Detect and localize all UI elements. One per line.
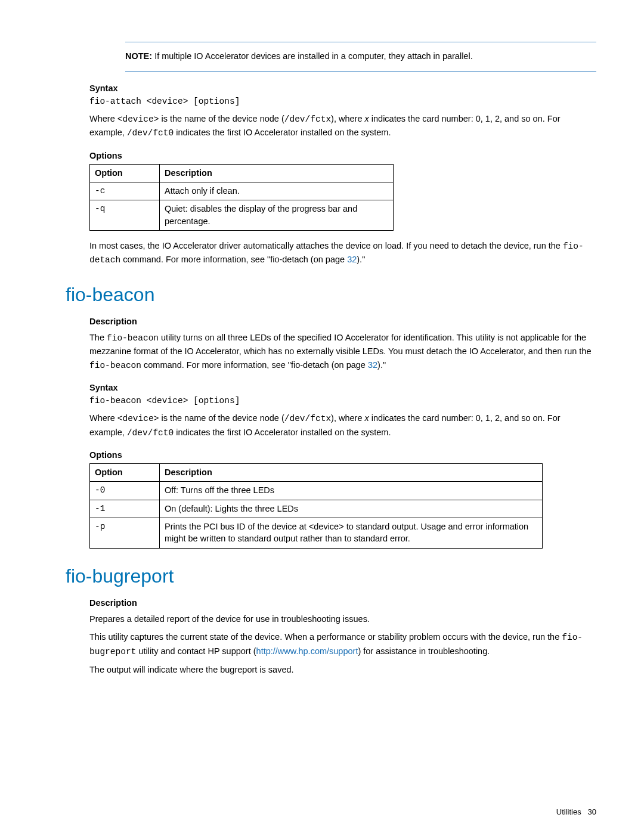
text: ), where <box>331 413 364 423</box>
syntax-heading: Syntax <box>89 383 596 392</box>
col-description: Description <box>160 464 543 482</box>
footer: Utilities 30 <box>556 807 596 816</box>
text: )." <box>377 360 386 370</box>
table-row: -q Quiet: disables the display of the pr… <box>90 200 394 231</box>
fio-attach-section: Syntax fio-attach <device> [options] Whe… <box>89 83 596 267</box>
table-header-row: Option Description <box>90 464 543 482</box>
description-heading: Description <box>89 598 596 608</box>
text: )." <box>357 255 365 264</box>
text: ) for assistance in troubleshooting. <box>358 646 490 656</box>
text: indicates the first IO Accelerator insta… <box>174 428 391 437</box>
path-mono: /dev/fct0 <box>127 128 174 138</box>
table-row: -1 On (default): Lights the three LEDs <box>90 500 543 518</box>
text: indicates the first IO Accelerator insta… <box>174 128 391 137</box>
col-option: Option <box>90 164 160 182</box>
options-heading: Options <box>89 450 596 460</box>
text: utility and contact HP support ( <box>136 646 256 656</box>
col-description: Description <box>160 164 394 182</box>
table-row: -p Prints the PCI bus ID of the device a… <box>90 518 543 549</box>
description-heading: Description <box>89 317 596 326</box>
text: is the name of the device node ( <box>159 413 284 423</box>
text: command. For more information, see "fio-… <box>120 255 347 264</box>
var-x: x <box>365 413 369 423</box>
text: This utility captures the current state … <box>89 632 562 642</box>
fio-bugreport-section: Description Prepares a detailed report o… <box>89 598 596 677</box>
opt-cell: -q <box>90 200 160 231</box>
opt-cell: -0 <box>90 482 160 500</box>
desc-cell: Attach only if clean. <box>160 182 394 200</box>
var-x: x <box>365 114 369 123</box>
device-mono: <device> <box>117 414 159 423</box>
footer-section: Utilities <box>556 807 581 816</box>
path-mono: /dev/fctx <box>284 114 331 124</box>
footer-page: 30 <box>588 807 596 816</box>
cmd-mono: fio-beacon <box>89 361 141 370</box>
desc-cell: On (default): Lights the three LEDs <box>160 500 543 518</box>
desc-cell: Off: Turns off the three LEDs <box>160 482 543 500</box>
section-title-fio-beacon: fio-beacon <box>66 284 596 306</box>
table-row: -0 Off: Turns off the three LEDs <box>90 482 543 500</box>
options-table-beacon: Option Description -0 Off: Turns off the… <box>89 463 543 548</box>
text: The <box>89 333 107 342</box>
text: Where <box>89 114 117 123</box>
note-text: If multiple IO Accelerator devices are i… <box>154 51 473 61</box>
table-header-row: Option Description <box>90 164 394 182</box>
device-mono: <device> <box>117 114 159 124</box>
paragraph: Prepares a detailed report of the device… <box>89 612 596 625</box>
paragraph: This utility captures the current state … <box>89 630 596 658</box>
desc-cell: Prints the PCI bus ID of the device at <… <box>160 518 543 549</box>
table-row: -c Attach only if clean. <box>90 182 394 200</box>
desc-cell: Quiet: disables the display of the progr… <box>160 200 394 231</box>
options-heading: Options <box>89 151 596 160</box>
page-link[interactable]: 32 <box>347 255 357 264</box>
col-option: Option <box>90 464 160 482</box>
fio-beacon-section: Description The fio-beacon utility turns… <box>89 317 596 549</box>
cmd-mono: fio-beacon <box>107 333 159 343</box>
text: is the name of the device node ( <box>159 114 284 123</box>
text: Where <box>89 413 117 423</box>
text: ), where <box>331 114 364 123</box>
opt-cell: -1 <box>90 500 160 518</box>
path-mono: /dev/fct0 <box>127 428 174 438</box>
where-paragraph: Where <device> is the name of the device… <box>89 112 596 140</box>
options-table-attach: Option Description -c Attach only if cle… <box>89 164 394 231</box>
where-paragraph: Where <device> is the name of the device… <box>89 411 596 439</box>
text: command. For more information, see "fio-… <box>141 360 368 370</box>
text: In most cases, the IO Accelerator driver… <box>89 241 563 250</box>
syntax-code: fio-attach <device> [options] <box>89 97 596 106</box>
opt-cell: -p <box>90 518 160 549</box>
note-label: NOTE: <box>125 51 152 61</box>
page: NOTE: If multiple IO Accelerator devices… <box>0 0 644 833</box>
opt-cell: -c <box>90 182 160 200</box>
syntax-heading: Syntax <box>89 83 596 93</box>
description-paragraph: The fio-beacon utility turns on all thre… <box>89 331 596 372</box>
text: utility turns on all three LEDs of the s… <box>89 333 591 356</box>
paragraph: The output will indicate where the bugre… <box>89 663 596 676</box>
note-block: NOTE: If multiple IO Accelerator devices… <box>125 42 596 72</box>
post-paragraph: In most cases, the IO Accelerator driver… <box>89 239 596 267</box>
syntax-code: fio-beacon <device> [options] <box>89 396 596 405</box>
support-link[interactable]: http://www.hp.com/support <box>256 646 358 656</box>
section-title-fio-bugreport: fio-bugreport <box>66 565 596 587</box>
page-link[interactable]: 32 <box>368 360 377 370</box>
path-mono: /dev/fctx <box>284 414 331 423</box>
